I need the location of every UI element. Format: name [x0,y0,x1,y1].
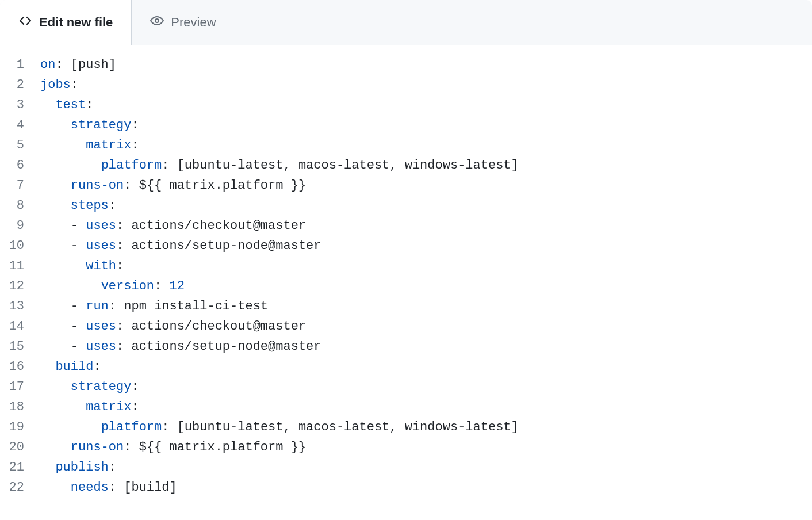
line-content[interactable]: jobs: [40,75,78,95]
line-content[interactable]: matrix: [40,397,139,417]
line-number: 15 [0,337,40,357]
code-line[interactable]: 12 version: 12 [0,276,812,296]
line-content[interactable]: matrix: [40,135,139,155]
code-line[interactable]: 3 test: [0,95,812,115]
line-number: 3 [0,95,40,115]
line-content[interactable]: - uses: actions/checkout@master [40,316,306,337]
line-content[interactable]: with: [40,256,124,276]
line-number: 8 [0,196,40,216]
line-number: 1 [0,55,40,75]
code-line[interactable]: 9 - uses: actions/checkout@master [0,216,812,236]
code-line[interactable]: 1on: [push] [0,55,812,75]
line-number: 10 [0,236,40,256]
line-number: 22 [0,477,40,498]
line-content[interactable]: on: [push] [40,55,116,75]
line-number: 20 [0,437,40,457]
tab-bar: Edit new file Preview [0,0,812,45]
line-content[interactable]: version: 12 [40,276,185,296]
code-icon [18,14,32,31]
code-line[interactable]: 18 matrix: [0,397,812,417]
tab-edit[interactable]: Edit new file [0,0,132,45]
line-content[interactable]: build: [40,357,101,377]
line-number: 11 [0,256,40,276]
line-number: 18 [0,397,40,417]
code-line[interactable]: 17 strategy: [0,377,812,397]
code-line[interactable]: 16 build: [0,357,812,377]
line-content[interactable]: - run: npm install-ci-test [40,296,268,316]
svg-point-0 [155,19,159,22]
code-editor[interactable]: 1on: [push]2jobs:3 test:4 strategy:5 mat… [0,45,812,507]
code-line[interactable]: 8 steps: [0,196,812,216]
line-number: 16 [0,357,40,377]
line-content[interactable]: runs-on: ${{ matrix.platform }} [40,175,306,196]
line-number: 21 [0,457,40,477]
line-number: 17 [0,377,40,397]
code-line[interactable]: 4 strategy: [0,115,812,135]
code-line[interactable]: 22 needs: [build] [0,477,812,498]
tab-edit-label: Edit new file [39,15,113,30]
code-line[interactable]: 6 platform: [ubuntu-latest, macos-latest… [0,155,812,175]
line-number: 9 [0,216,40,236]
code-line[interactable]: 15 - uses: actions/setup-node@master [0,337,812,357]
line-number: 13 [0,296,40,316]
line-number: 7 [0,175,40,196]
line-content[interactable]: steps: [40,196,116,216]
code-line[interactable]: 2jobs: [0,75,812,95]
line-content[interactable]: runs-on: ${{ matrix.platform }} [40,437,306,457]
code-line[interactable]: 7 runs-on: ${{ matrix.platform }} [0,175,812,196]
line-number: 14 [0,316,40,337]
code-line[interactable]: 10 - uses: actions/setup-node@master [0,236,812,256]
code-line[interactable]: 5 matrix: [0,135,812,155]
line-content[interactable]: strategy: [40,377,139,397]
line-number: 12 [0,276,40,296]
line-number: 4 [0,115,40,135]
code-line[interactable]: 13 - run: npm install-ci-test [0,296,812,316]
line-content[interactable]: platform: [ubuntu-latest, macos-latest, … [40,155,519,175]
line-number: 19 [0,417,40,437]
line-content[interactable]: - uses: actions/setup-node@master [40,236,321,256]
line-content[interactable]: - uses: actions/setup-node@master [40,337,321,357]
line-content[interactable]: - uses: actions/checkout@master [40,216,306,236]
line-number: 2 [0,75,40,95]
code-line[interactable]: 20 runs-on: ${{ matrix.platform }} [0,437,812,457]
tab-preview-label: Preview [171,15,216,30]
line-number: 5 [0,135,40,155]
line-content[interactable]: publish: [40,457,116,477]
code-line[interactable]: 14 - uses: actions/checkout@master [0,316,812,337]
line-content[interactable]: strategy: [40,115,139,135]
eye-icon [150,14,164,31]
line-number: 6 [0,155,40,175]
code-line[interactable]: 19 platform: [ubuntu-latest, macos-lates… [0,417,812,437]
line-content[interactable]: needs: [build] [40,477,177,498]
code-line[interactable]: 21 publish: [0,457,812,477]
tab-preview[interactable]: Preview [132,0,235,45]
line-content[interactable]: platform: [ubuntu-latest, macos-latest, … [40,417,519,437]
line-content[interactable]: test: [40,95,93,115]
code-line[interactable]: 11 with: [0,256,812,276]
